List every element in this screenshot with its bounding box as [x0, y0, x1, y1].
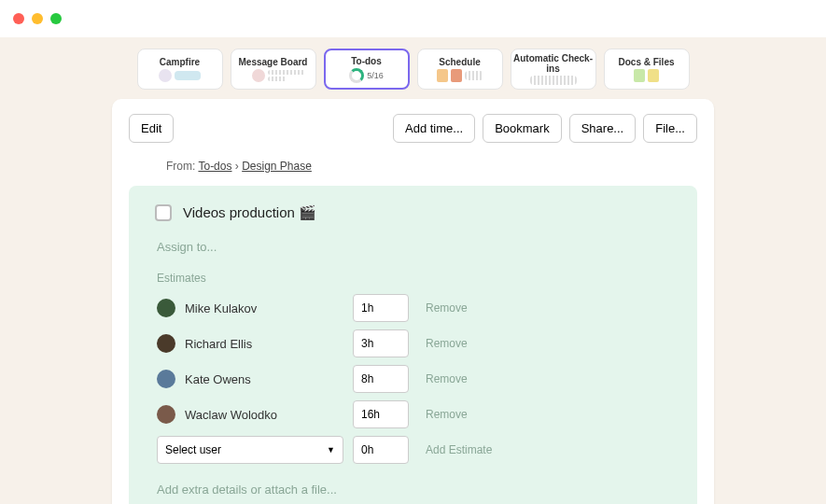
breadcrumb-from: From:: [166, 160, 198, 173]
time-input[interactable]: [353, 329, 409, 357]
maximize-window-button[interactable]: [50, 13, 62, 24]
docs-icon: [634, 69, 659, 82]
progress-ring-icon: [349, 68, 364, 83]
tab-docs[interactable]: Docs & Files: [604, 49, 690, 90]
breadcrumb: From: To-dos › Design Phase: [129, 160, 697, 173]
breadcrumb-sep: ›: [231, 160, 242, 173]
todo-checkbox[interactable]: [155, 204, 172, 221]
tab-campfire[interactable]: Campfire: [137, 49, 223, 90]
estimate-row: Kate Owens Remove: [157, 365, 671, 393]
tab-label: Automatic Check-ins: [511, 53, 595, 74]
share-button[interactable]: Share...: [569, 114, 637, 143]
remove-link[interactable]: Remove: [426, 408, 468, 421]
avatar: [157, 334, 175, 353]
todos-count: 5/16: [367, 71, 384, 80]
edit-button[interactable]: Edit: [129, 114, 174, 143]
details-section: Add extra details or attach a file...: [155, 481, 671, 497]
avatar: [157, 299, 175, 317]
breadcrumb-todos-link[interactable]: To-dos: [198, 160, 231, 173]
todo-title: Videos production 🎬: [183, 204, 316, 221]
window-chrome: [0, 0, 826, 37]
add-estimate-link[interactable]: Add Estimate: [426, 443, 492, 456]
chevron-down-icon: ▼: [327, 445, 335, 455]
estimate-row: Mike Kulakov Remove: [157, 294, 671, 322]
remove-link[interactable]: Remove: [426, 301, 468, 315]
todo-header: Videos production 🎬: [155, 204, 671, 221]
estimates-label: Estimates: [157, 272, 671, 285]
estimates-section: Estimates Mike Kulakov Remove Richard El…: [155, 272, 671, 464]
file-button[interactable]: File...: [643, 114, 697, 143]
message-board-icon: [252, 69, 294, 82]
tab-label: Schedule: [439, 57, 480, 67]
remove-link[interactable]: Remove: [426, 372, 468, 385]
bookmark-button[interactable]: Bookmark: [483, 114, 562, 143]
time-input-new[interactable]: [353, 436, 409, 464]
tab-label: To-dos: [351, 56, 382, 66]
estimate-add-row: Select user ▼ Add Estimate: [157, 436, 671, 464]
toolbar: Edit Add time... Bookmark Share... File.…: [129, 114, 697, 143]
minimize-window-button[interactable]: [32, 13, 43, 24]
person-name: Kate Owens: [185, 372, 343, 386]
person-name: Richard Ellis: [185, 337, 343, 351]
assign-section: Assign to...: [155, 238, 671, 255]
close-window-button[interactable]: [13, 13, 24, 24]
campfire-icon: [159, 69, 201, 82]
checkins-icon: [530, 76, 577, 85]
tab-label: Docs & Files: [618, 57, 674, 67]
todo-card: Videos production 🎬 Assign to... Estimat…: [129, 186, 697, 504]
toolbar-right: Add time... Bookmark Share... File...: [393, 114, 697, 143]
select-user-label: Select user: [165, 443, 221, 456]
person-name: Mike Kulakov: [185, 301, 343, 315]
tab-label: Message Board: [239, 57, 308, 67]
tab-schedule[interactable]: Schedule: [417, 49, 503, 90]
tab-checkins[interactable]: Automatic Check-ins: [511, 49, 596, 90]
nav-tabs: Campfire Message Board To-dos 5/16 Sched…: [0, 37, 826, 99]
remove-link[interactable]: Remove: [426, 337, 468, 350]
time-input[interactable]: [353, 400, 409, 428]
todos-icon: 5/16: [349, 68, 384, 83]
time-input[interactable]: [353, 294, 409, 322]
select-user-dropdown[interactable]: Select user ▼: [157, 436, 343, 464]
main-panel: Edit Add time... Bookmark Share... File.…: [112, 99, 714, 504]
time-input[interactable]: [353, 365, 409, 393]
avatar: [157, 405, 175, 424]
person-name: Waclaw Wolodko: [185, 408, 343, 422]
tab-label: Campfire: [160, 57, 200, 67]
schedule-icon: [437, 69, 483, 82]
avatar: [157, 370, 175, 388]
estimate-row: Richard Ellis Remove: [157, 329, 671, 357]
estimate-row: Waclaw Wolodko Remove: [157, 400, 671, 428]
assign-to-field[interactable]: Assign to...: [157, 240, 217, 254]
tab-todos[interactable]: To-dos 5/16: [324, 49, 410, 90]
breadcrumb-design-phase-link[interactable]: Design Phase: [242, 160, 312, 173]
details-field[interactable]: Add extra details or attach a file...: [157, 483, 337, 497]
add-time-button[interactable]: Add time...: [393, 114, 475, 143]
tab-message-board[interactable]: Message Board: [231, 49, 316, 90]
